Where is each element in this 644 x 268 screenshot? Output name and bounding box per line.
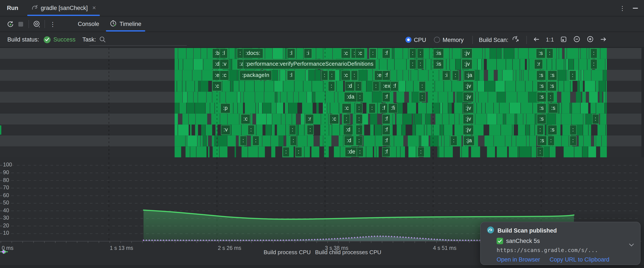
task-label[interactable]: :fi (388, 103, 398, 113)
scroll-left-icon[interactable] (533, 36, 540, 44)
task-label[interactable]: :c (342, 103, 352, 113)
task-label[interactable]: :da (344, 92, 357, 102)
task-label[interactable]: :d (345, 81, 355, 91)
build-scan-url[interactable]: https://scans.gradle.com/s/... (496, 247, 634, 253)
fit-to-screen-icon[interactable] (560, 36, 567, 44)
task-label[interactable]: : (356, 92, 363, 102)
task-label[interactable]: : (418, 147, 424, 157)
cpu-radio-label[interactable]: CPU (414, 36, 426, 43)
task-label[interactable]: :jv (463, 81, 474, 91)
task-label[interactable]: : (355, 81, 362, 91)
task-label[interactable]: :jv (463, 103, 474, 113)
task-label[interactable]: : (356, 103, 362, 113)
zoom-out-icon[interactable] (573, 36, 580, 44)
chevron-down-icon[interactable] (629, 241, 634, 248)
task-label[interactable]: :c (241, 114, 250, 124)
task-label[interactable]: : (283, 147, 289, 157)
task-label[interactable]: :ja (463, 136, 474, 146)
task-label[interactable]: :performance:verifyPerformanceScenarioDe… (243, 60, 376, 70)
task-label[interactable]: :f (382, 70, 390, 80)
task-label[interactable]: :r (305, 114, 314, 124)
task-label[interactable]: : (419, 81, 426, 91)
task-label[interactable]: :s (547, 81, 557, 91)
show-options-eye-icon[interactable] (32, 19, 42, 29)
task-label[interactable]: :jv (462, 48, 472, 58)
task-label[interactable]: : (295, 147, 302, 157)
task-label[interactable]: : (417, 48, 424, 58)
task-label[interactable]: :s (536, 48, 546, 58)
task-label[interactable]: :f (390, 81, 399, 91)
task-label[interactable]: : (537, 147, 544, 157)
cpu-radio[interactable] (405, 37, 411, 43)
task-label[interactable]: :i (304, 48, 312, 58)
task-label[interactable]: :c (220, 70, 229, 80)
task-label[interactable]: :r (534, 60, 543, 70)
task-label[interactable]: : (547, 92, 554, 102)
task-label[interactable]: :c (341, 70, 350, 80)
task-label[interactable]: :l (287, 48, 295, 58)
task-label[interactable]: :f (382, 136, 390, 146)
task-label[interactable]: : (240, 136, 246, 146)
task-label[interactable]: : (537, 125, 544, 135)
task-label[interactable]: :s (537, 92, 546, 102)
task-label[interactable]: :d (344, 136, 354, 146)
hide-window-icon[interactable] (633, 8, 638, 8)
task-label[interactable]: :jv (463, 125, 474, 135)
task-label[interactable]: : (570, 125, 576, 135)
tab-console[interactable]: Console (72, 16, 104, 32)
task-label[interactable]: :de (345, 147, 358, 157)
task-label[interactable]: : (450, 136, 457, 146)
task-label[interactable]: : (356, 147, 363, 157)
copy-url-link[interactable]: Copy URL to Clipboard (550, 256, 610, 263)
task-label[interactable]: : (546, 48, 553, 58)
task-label[interactable]: : (548, 136, 554, 146)
task-label[interactable]: :docs: (243, 48, 263, 58)
memory-radio[interactable] (434, 37, 440, 43)
task-label[interactable]: : (369, 103, 376, 113)
task-label[interactable]: : (592, 114, 599, 124)
task-label[interactable]: :l (287, 70, 295, 80)
task-label[interactable]: :s (537, 103, 546, 113)
task-label[interactable]: : (590, 48, 597, 58)
task-label[interactable]: :s (548, 125, 557, 135)
task-label[interactable]: : (343, 114, 350, 124)
task-label[interactable]: :is (433, 60, 444, 70)
task-label[interactable]: : (370, 48, 376, 58)
task-label[interactable]: :is (433, 48, 444, 58)
task-label[interactable]: :packageIn (240, 70, 272, 80)
task-label[interactable]: :jv (462, 60, 472, 70)
task-label[interactable]: :v (221, 125, 230, 135)
task-label[interactable]: :ja (464, 70, 475, 80)
task-label[interactable]: :s (537, 114, 546, 124)
task-label[interactable]: :f (382, 92, 390, 102)
task-label[interactable]: :p (220, 103, 230, 113)
task-label[interactable]: : (351, 70, 358, 80)
task-label[interactable]: :jv (463, 114, 474, 124)
zoom-in-icon[interactable] (586, 36, 594, 44)
task-label[interactable]: :i (442, 70, 450, 80)
task-label[interactable]: : (372, 81, 379, 91)
task-label[interactable]: :s (548, 70, 557, 80)
task-label[interactable]: : (252, 136, 259, 146)
window-options-icon[interactable]: ⋮ (619, 5, 626, 11)
open-in-browser-link[interactable]: Open in Browser (496, 256, 540, 263)
task-label[interactable]: : (328, 81, 335, 91)
task-label[interactable]: :s (548, 103, 558, 113)
task-label[interactable]: :f (382, 125, 390, 135)
task-label[interactable]: : (290, 136, 297, 146)
task-search-field[interactable] (90, 46, 187, 46)
task-label[interactable]: :d (343, 125, 353, 135)
task-label[interactable]: : (248, 125, 254, 135)
task-label[interactable]: : (569, 70, 576, 80)
memory-radio-label[interactable]: Memory (442, 36, 464, 43)
task-label[interactable]: : (307, 125, 314, 135)
run-configuration-tab[interactable]: gradle [sanCheck] ✕ (26, 0, 101, 16)
open-build-scan-icon[interactable] (512, 35, 520, 44)
zoom-ratio-label[interactable]: 1:1 (546, 37, 554, 43)
task-label[interactable]: : (356, 125, 362, 135)
task-label[interactable]: : (356, 136, 362, 146)
task-label[interactable]: : (590, 60, 597, 70)
task-label[interactable]: : (417, 60, 424, 70)
task-label[interactable]: :c (341, 48, 350, 58)
task-label[interactable]: : (409, 48, 416, 58)
